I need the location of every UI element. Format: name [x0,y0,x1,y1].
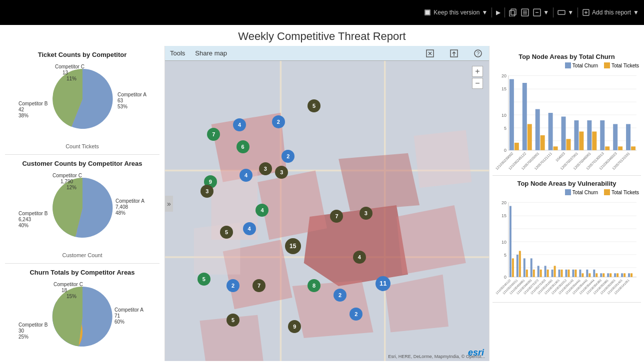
marker-17[interactable]: 4 [353,251,366,264]
sep3 [553,7,554,17]
svg-rect-87 [552,270,554,277]
marker-15[interactable]: 4 [243,222,256,235]
svg-rect-3 [510,10,514,16]
svg-text:104023: 104023 [555,151,566,162]
bar-churn-8 [613,124,618,150]
bar-tickets-9 [631,146,636,150]
ticket-counts-section: Ticket Counts by Competitor [5,46,160,155]
bar-churn-0 [510,79,514,150]
bar-churn-7 [600,120,604,150]
bar-churn-1 [522,83,527,150]
churn-val-a: 71 [114,313,120,319]
cust-label-a: Competitor A [116,198,144,204]
map-panel[interactable]: Tools Share map ? [165,46,489,361]
sep1 [492,7,492,17]
bar-tickets-8 [618,146,622,150]
svg-rect-90 [561,270,563,277]
cust-val-b: 6,243 [18,217,31,222]
label-c: Competitor C [55,64,84,69]
marker-7[interactable]: 4 [240,169,252,182]
label-b-pct: 38% [18,113,28,118]
svg-rect-2 [511,9,516,15]
map-share-btn[interactable]: Share map [195,49,227,57]
svg-rect-105 [614,273,616,277]
marker-22[interactable]: 2 [334,289,346,302]
keep-version-label: Keep this version [434,9,480,16]
svg-rect-102 [602,273,604,277]
legend-churn-label-1: Total Churn [572,63,598,68]
marker-24[interactable]: 2 [350,308,362,321]
marker-18[interactable]: 5 [198,273,210,286]
zoom-controls: + − [472,66,483,89]
svg-rect-106 [616,273,618,277]
bar-churn-5 [574,120,578,150]
churn-bar-area: 20 15 10 5 0 [492,70,641,170]
customer-counts-title: Customer Counts by Competitor Areas [5,160,160,167]
zoom-btn[interactable]: ▼ [558,8,574,16]
svg-rect-95 [579,270,581,277]
marker-19[interactable]: 2 [226,279,240,292]
map-background [165,61,489,361]
marker-4[interactable]: 6 [236,140,250,153]
svg-rect-89 [558,270,560,277]
svg-text:5: 5 [504,253,506,258]
marker-11[interactable]: 4 [256,204,268,217]
svg-rect-96 [582,273,584,277]
marker-2[interactable]: 2 [272,115,285,128]
settings-btn[interactable]: ▼ [533,8,549,16]
legend-churn-2: Total Churn [565,189,598,195]
svg-rect-83 [538,266,540,277]
svg-rect-81 [530,258,532,277]
vuln-bar-svg: 20 15 10 5 0 [494,197,639,297]
map-icon-info[interactable]: ? [472,47,484,59]
legend-tickets-2: Total Tickets [604,189,639,195]
customer-counts-section: Customer Counts by Competitor Areas Comp… [5,155,160,264]
churn-bar-title: Top Node Areas by Total Churn [492,53,641,60]
map-tools-btn[interactable]: Tools [170,49,185,57]
marker-13[interactable]: 3 [360,207,372,220]
bar-tickets-7 [605,146,610,150]
legend-churn-color-2 [565,189,571,195]
map-icon-share2[interactable] [448,47,460,59]
zoom-out-btn[interactable]: − [472,78,483,89]
zoom-in-btn[interactable]: + [472,66,483,77]
churn-totals-pie: Competitor A 71 60% Competitor B 30 25% … [18,279,148,359]
left-panel: Ticket Counts by Competitor [0,46,165,361]
svg-rect-84 [540,270,542,277]
svg-rect-97 [586,270,588,277]
svg-rect-100 [596,273,598,277]
legend-churn-1: Total Churn [565,62,598,68]
keep-version-btn[interactable]: Keep this version ▼ [424,8,488,16]
vuln-bar-section: Top Node Areas by Vulnerability Total Ch… [492,176,641,303]
churn-pct-c: 15% [66,294,76,299]
svg-rect-88 [554,266,556,277]
svg-text:5: 5 [504,126,506,131]
marker-21[interactable]: 8 [308,279,320,292]
churn-pct-b: 25% [18,334,28,340]
marker-16[interactable]: 15 [285,238,301,254]
label-a-val: 63 [118,98,124,103]
add-report-btn[interactable]: Add this report ▼ [582,8,639,16]
marker-23[interactable]: 11 [376,276,390,291]
svg-marker-30 [338,153,420,211]
marker-20[interactable]: 7 [252,279,266,292]
play-btn[interactable]: ▶ [496,9,500,16]
churn-bar-svg: 20 15 10 5 0 [494,70,639,170]
ticket-counts-pie: Competitor A 63 53% Competitor B 42 38% … [18,61,148,141]
bar-churn-4 [562,117,566,150]
marker-8[interactable]: 3 [275,166,288,179]
marker-14[interactable]: 5 [220,226,233,239]
expand-left-btn[interactable]: » [165,196,173,212]
keep-version-arrow: ▼ [482,9,488,16]
map-icon-expand[interactable] [424,47,436,59]
bar-tickets-1 [528,124,532,150]
copy-btn[interactable] [509,8,517,16]
cust-label-c: Competitor C [52,173,82,178]
svg-rect-108 [624,273,626,277]
bar-tickets-4 [566,139,571,150]
share-btn[interactable] [521,8,529,16]
svg-rect-91 [566,270,568,277]
svg-text:10: 10 [502,240,506,245]
marker-10[interactable]: 3 [200,185,214,198]
churn-label-b: Competitor B [18,322,48,328]
